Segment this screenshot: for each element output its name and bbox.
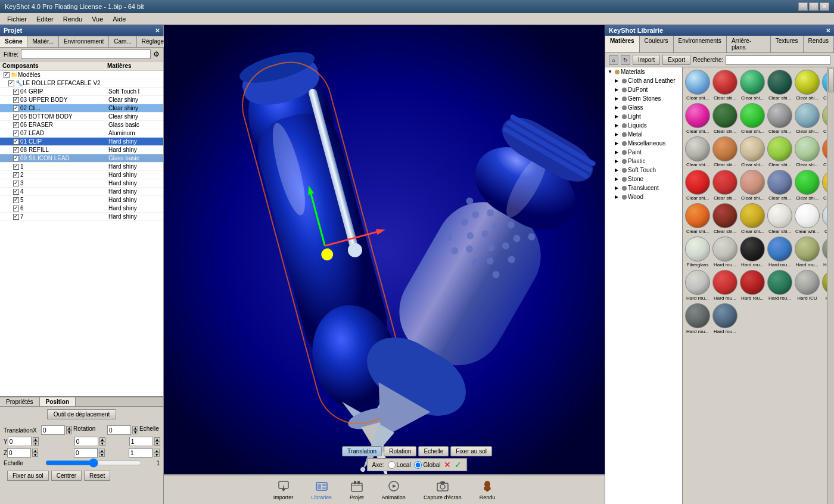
- swatch-item[interactable]: Clear shi...: [685, 136, 710, 167]
- swatch-item[interactable]: Hard rou...: [822, 237, 827, 267]
- swatch-item[interactable]: Hard ICU: [795, 270, 820, 301]
- lib-tab-environnements[interactable]: Environnements: [674, 36, 727, 52]
- fixer-au-sol-btn[interactable]: Fixer au sol: [7, 471, 49, 481]
- cb-eraser[interactable]: [13, 122, 19, 128]
- list-item[interactable]: 02 Cli... Clear shiny: [0, 104, 163, 113]
- list-item[interactable]: 5 Hard shiny: [0, 196, 163, 204]
- tree-model-main[interactable]: 🔧 LE ROLLER EFFACABLE V2: [0, 79, 163, 88]
- rz-input[interactable]: [74, 448, 98, 458]
- swatch-item[interactable]: Clear shi...: [740, 136, 765, 167]
- menu-fichier[interactable]: Fichier: [2, 14, 32, 24]
- swatch-item[interactable]: Clear shi...: [712, 136, 737, 167]
- lib-import-btn[interactable]: Import: [633, 55, 660, 65]
- cb-5[interactable]: [13, 197, 19, 203]
- lib-tree-cloth[interactable]: ▶ Cloth and Leather: [612, 76, 682, 85]
- swatch-item[interactable]: Clear shi...: [712, 70, 737, 101]
- lib-tree-wood[interactable]: ▶ Wood: [612, 192, 682, 201]
- ez-up[interactable]: ▲: [154, 449, 160, 453]
- reset-btn[interactable]: Reset: [84, 471, 110, 481]
- tab-environnement[interactable]: Environnement: [59, 36, 109, 47]
- menu-rendu[interactable]: Rendu: [58, 14, 87, 24]
- swatch-item[interactable]: Clear shi...: [795, 170, 820, 201]
- list-item[interactable]: 03 UPPER BODY Clear shiny: [0, 96, 163, 104]
- swatch-item[interactable]: Clear shi...: [712, 203, 737, 234]
- echelle-slider[interactable]: [45, 459, 142, 466]
- lib-tab-matieres[interactable]: Matières: [605, 36, 640, 52]
- lib-tree-misc[interactable]: ▶ Miscellaneous: [612, 139, 682, 148]
- lib-refresh-icon[interactable]: ↻: [621, 55, 630, 65]
- local-radio[interactable]: [388, 461, 396, 469]
- echelle-toolbar-btn[interactable]: Echelle: [418, 446, 449, 456]
- swatch-item[interactable]: Clear whi...: [795, 203, 820, 234]
- lib-tree-paint[interactable]: ▶ Paint: [612, 148, 682, 157]
- swatch-item[interactable]: Hard rou...: [685, 303, 710, 334]
- swatch-item[interactable]: Clear shi...: [822, 70, 827, 101]
- swatch-item[interactable]: Clear shi...: [767, 203, 792, 234]
- menu-editer[interactable]: Editer: [32, 14, 58, 24]
- lib-tree-gems[interactable]: ▶ Gem Stones: [612, 94, 682, 103]
- swatch-item[interactable]: Clear shi...: [795, 136, 820, 167]
- swatch-item[interactable]: Hard rou...: [685, 270, 710, 301]
- close-btn[interactable]: ✕: [820, 2, 829, 11]
- swatch-item[interactable]: Clear shi...: [685, 70, 710, 101]
- cb-4[interactable]: [13, 189, 19, 195]
- lib-export-btn[interactable]: Export: [662, 55, 690, 65]
- x-up[interactable]: ▲: [66, 426, 72, 430]
- lib-tree-dupont[interactable]: ▶ DuPont: [612, 85, 682, 94]
- lib-tree-translucent[interactable]: ▶ Translucent: [612, 183, 682, 192]
- rotation-toolbar-btn[interactable]: Rotation: [384, 446, 416, 456]
- centrer-btn[interactable]: Centrer: [51, 471, 82, 481]
- filter-input[interactable]: [21, 49, 151, 59]
- lib-tree-materials-root[interactable]: ▼ Materials: [605, 67, 682, 76]
- swatch-item[interactable]: Hard cur: [822, 270, 827, 301]
- cancel-icon[interactable]: ✕: [444, 460, 451, 469]
- rotation-x-input[interactable]: [107, 425, 131, 435]
- tab-proprietes[interactable]: Propriétés: [0, 397, 40, 406]
- swatch-item[interactable]: Clear shi...: [740, 203, 765, 234]
- lib-tab-couleurs[interactable]: Couleurs: [640, 36, 674, 52]
- x-down[interactable]: ▼: [66, 430, 72, 434]
- ty-input[interactable]: [8, 437, 32, 446]
- tz-up[interactable]: ▲: [32, 449, 38, 453]
- cb-1[interactable]: [13, 164, 19, 170]
- tz-down[interactable]: ▼: [32, 453, 38, 457]
- cb-silicon[interactable]: [13, 155, 19, 161]
- list-item[interactable]: 4 Hard shiny: [0, 188, 163, 196]
- list-item[interactable]: 07 LEAD Aluminum: [0, 129, 163, 138]
- tz-input[interactable]: [7, 448, 31, 458]
- cb-clip[interactable]: [13, 139, 19, 145]
- rz-up[interactable]: ▲: [99, 449, 105, 453]
- swatch-item[interactable]: Hard rou...: [712, 303, 737, 334]
- animation-icon-item[interactable]: Animation: [382, 479, 406, 500]
- list-item[interactable]: 06 ERASER Glass basic: [0, 121, 163, 129]
- swatch-item[interactable]: Hard rou...: [767, 237, 792, 267]
- swatch-item[interactable]: Clear shi...: [712, 170, 737, 201]
- ez-input[interactable]: [129, 448, 153, 458]
- viewport[interactable]: [164, 25, 605, 474]
- swatch-item[interactable]: Fiberglass: [685, 237, 710, 267]
- ez-down[interactable]: ▼: [154, 453, 160, 457]
- swatch-item[interactable]: Clear shi...: [685, 170, 710, 201]
- lib-tab-textures[interactable]: Textures: [771, 36, 804, 52]
- rx-up[interactable]: ▲: [132, 426, 138, 430]
- rz-down[interactable]: ▼: [99, 453, 105, 457]
- lib-tab-rendus[interactable]: Rendus: [804, 36, 834, 52]
- tab-scene[interactable]: Scène: [0, 36, 27, 47]
- cb-lead[interactable]: [13, 130, 19, 136]
- list-item[interactable]: 1 Hard shiny: [0, 163, 163, 171]
- swatch-item[interactable]: Clear shi...: [767, 136, 792, 167]
- swatch-item[interactable]: Clear shi...: [822, 136, 827, 167]
- list-item[interactable]: 7 Hard shiny: [0, 213, 163, 221]
- lib-tree-stone[interactable]: ▶ Stone: [612, 175, 682, 183]
- list-item[interactable]: 04 GRIP Soft Touch l: [0, 88, 163, 96]
- minimize-btn[interactable]: ─: [798, 2, 808, 11]
- global-radio[interactable]: [415, 461, 422, 469]
- ry-down[interactable]: ▼: [99, 441, 105, 446]
- swatch-item[interactable]: Clear shi...: [767, 70, 792, 101]
- swatch-item[interactable]: Hard rou...: [712, 237, 737, 267]
- list-item[interactable]: 09 SILICON LEAD Glass basic: [0, 154, 163, 163]
- ey-down[interactable]: ▼: [154, 441, 160, 446]
- tree-models-root[interactable]: 📁 Modèles: [0, 71, 163, 79]
- confirm-icon[interactable]: ✓: [455, 460, 462, 469]
- lib-scrollbar[interactable]: [827, 67, 834, 504]
